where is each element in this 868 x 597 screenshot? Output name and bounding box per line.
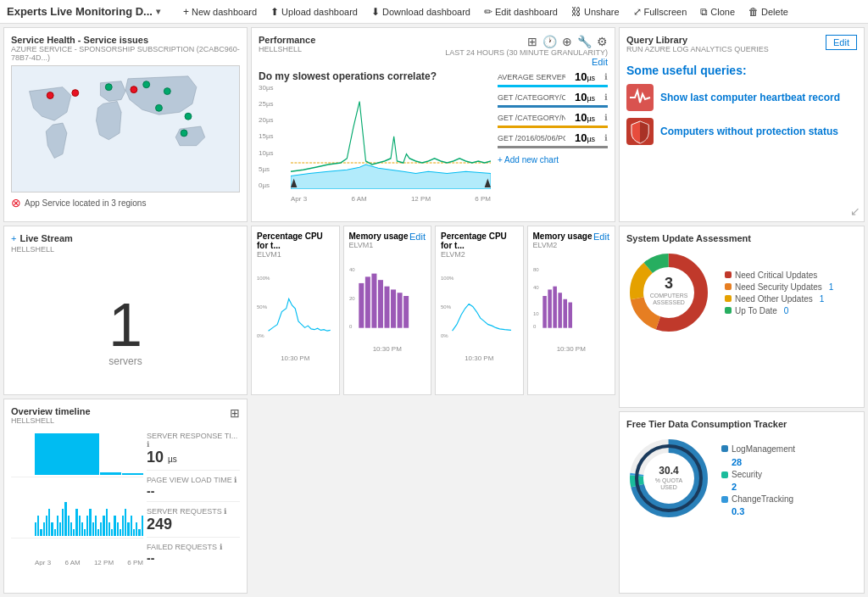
donut-center-label2: ASSESSED — [653, 299, 685, 305]
edit-dashboard-btn[interactable]: ✏ Edit dashboard — [477, 0, 565, 24]
mini-bar — [59, 522, 61, 536]
query-item-1[interactable]: Computers without protection status — [626, 118, 857, 145]
mini-bar — [48, 509, 50, 536]
bar-chart-bottom: // Generate mini bars var bars = documen… — [35, 502, 143, 536]
title-chevron[interactable]: ▾ — [156, 7, 160, 16]
query-text-0: Show last computer heartbeat record — [660, 92, 840, 103]
mini-bar — [138, 529, 140, 536]
mini-bar — [43, 522, 45, 536]
mem-elvm2-title: Memory usage — [533, 232, 593, 241]
service-health-panel: Service Health - Service issues AZURE SE… — [3, 27, 248, 222]
query-library-subtitle: RUN AZURE LOG ANALYTICS QUERIES — [626, 45, 769, 53]
mem-elvm1-title: Memory usage — [349, 232, 409, 241]
chart-row-4 — [11, 538, 143, 559]
metric-item-2: GET /CATEGORY/NE... 10µs ℹ — [498, 111, 608, 128]
blue-area — [291, 165, 491, 189]
performance-subtitle: HELLSHELL — [259, 45, 315, 53]
map-dot-green-5 — [181, 130, 187, 137]
mem-elvm2-subtitle: ELVM2 — [533, 241, 593, 249]
bar3 — [371, 274, 376, 328]
delete-btn[interactable]: 🗑 Delete — [742, 0, 795, 24]
legend-critical: Need Critical Updates — [725, 271, 833, 280]
mem-elvm1-edit[interactable]: Edit — [409, 232, 426, 249]
download-dashboard-btn[interactable]: ⬇ Download dashboard — [364, 0, 477, 24]
mini-bar — [136, 522, 137, 536]
map-dot-green-2 — [143, 81, 150, 88]
topbar-actions: + New dashboard ⬆ Upload dashboard ⬇ Dow… — [176, 0, 795, 24]
cpu2-line — [453, 304, 511, 331]
clone-btn[interactable]: ⧉ Clone — [693, 0, 742, 24]
error-icon: ⊗ — [11, 196, 21, 209]
add-chart-btn[interactable]: + Add new chart — [498, 155, 608, 165]
europe — [100, 81, 125, 102]
mini-bar — [114, 516, 115, 536]
mem-elvm1-subtitle: ELVM1 — [349, 241, 409, 249]
y-axis: 30µs25µs20µs15µs10µs5µs0µs — [259, 84, 289, 189]
mbar1 — [542, 296, 547, 328]
donut-legend: Need Critical Updates Need Security Upda… — [725, 268, 833, 318]
performance-title: Performance — [259, 35, 315, 45]
wrench-icon[interactable]: 🔧 — [577, 35, 592, 48]
live-stream-icon: + — [11, 233, 16, 243]
mini-bar — [95, 516, 97, 536]
mini-bar — [127, 522, 129, 536]
mem-elvm2-edit[interactable]: Edit — [593, 232, 609, 249]
cpu-elvm2-title: Percentage CPU for t... — [441, 232, 518, 250]
mini-bar — [51, 522, 53, 536]
grid-icon[interactable]: ⊞ — [527, 35, 537, 48]
map-svg — [12, 66, 239, 192]
metric-failed: FAILED REQUESTS ℹ -- — [147, 543, 240, 565]
svg-text:0%: 0% — [441, 333, 448, 338]
mini-bar — [100, 522, 102, 536]
mbar3 — [553, 287, 557, 328]
cpu-elvm2-panel: Percentage CPU for t... ELVM2 100% 50% 0… — [435, 226, 524, 395]
mini-bar — [79, 516, 81, 536]
upload-dashboard-btn[interactable]: ⬆ Upload dashboard — [264, 0, 364, 24]
server-count: 1 — [108, 294, 142, 355]
mini-bar — [108, 522, 110, 536]
service-health-title: Service Health - Service issues — [11, 35, 240, 45]
map-dot-red-3 — [131, 86, 137, 93]
new-dashboard-btn[interactable]: + New dashboard — [176, 0, 264, 24]
donut-center-label1: COMPUTERS — [650, 293, 688, 298]
settings-icon[interactable]: ⚙ — [597, 35, 608, 48]
ft-dot-log — [721, 445, 728, 452]
sys-update-title: System Update Assessment — [626, 233, 857, 243]
overview-panel: Overview timeline HELLSHELL ⊞ // Generat… — [3, 399, 248, 594]
unshare-btn[interactable]: ⛓ Unshare — [565, 0, 626, 24]
bar2 — [100, 472, 121, 475]
filter-icon[interactable]: ⊕ — [562, 35, 572, 48]
mini-bar — [120, 529, 121, 536]
right-bottom: System Update Assessment 3 — [619, 226, 865, 594]
bar1 — [359, 283, 364, 328]
query-item-0[interactable]: Show last computer heartbeat record — [626, 84, 857, 111]
plus-icon: + — [183, 6, 189, 18]
mini-bar — [40, 529, 42, 536]
svg-text:100%: 100% — [257, 276, 270, 281]
query-edit-btn[interactable]: Edit — [826, 35, 857, 50]
bar-chart-top — [35, 428, 143, 475]
mini-bar — [111, 529, 113, 536]
mem-elvm1-chart: 40 20 0 — [349, 249, 426, 343]
svg-text:80: 80 — [533, 267, 539, 272]
mini-bar — [46, 516, 47, 536]
performance-edit[interactable]: Edit — [592, 57, 608, 67]
overview-grid-icon[interactable]: ⊞ — [230, 406, 240, 420]
overview-title: Overview timeline — [11, 406, 91, 416]
live-stream-subtitle: HELLSHELL — [11, 245, 240, 254]
ft-legend-change: ChangeTracking — [721, 494, 798, 504]
service-health-subtitle: AZURE SERVICE - SPONSORSHIP SUBSCRIPTION… — [11, 45, 240, 62]
metric-item-3: GET /2016/05/06/PO... 10µs ℹ — [498, 131, 608, 148]
clock-icon[interactable]: 🕐 — [542, 35, 557, 48]
world-map — [11, 65, 240, 192]
svg-text:0: 0 — [533, 324, 537, 329]
legend-dot-other — [725, 295, 732, 302]
fullscreen-btn[interactable]: ⤢ Fullscreen — [626, 0, 694, 24]
scroll-handle: ↙ — [850, 204, 860, 218]
mbar2 — [548, 289, 552, 327]
query-library-panel: Query Library RUN AZURE LOG ANALYTICS QU… — [619, 27, 865, 222]
cpu-elvm1-subtitle: ELVM1 — [257, 250, 334, 259]
bar2 — [364, 276, 370, 327]
mini-bar — [62, 509, 64, 536]
ft-legend: LogManagement 28 Security 2 ChangeTracki… — [721, 440, 798, 516]
